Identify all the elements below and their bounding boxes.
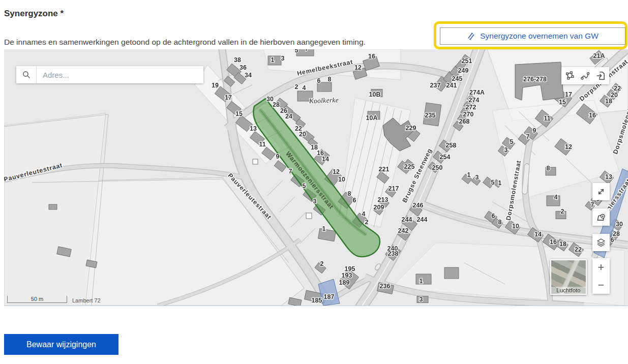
svg-text:7: 7 <box>526 133 530 140</box>
svg-text:20: 20 <box>611 92 618 99</box>
zoom-to-shape-icon <box>596 212 606 222</box>
svg-text:2: 2 <box>320 260 324 267</box>
svg-text:1: 1 <box>467 171 471 178</box>
svg-text:229: 229 <box>406 125 416 132</box>
svg-text:18: 18 <box>605 98 612 105</box>
svg-text:274: 274 <box>469 97 480 104</box>
address-search <box>16 66 203 83</box>
svg-text:14: 14 <box>534 231 542 238</box>
import-file-tool[interactable] <box>594 69 608 83</box>
svg-text:2: 2 <box>561 208 564 215</box>
svg-text:5: 5 <box>491 179 495 186</box>
layers-button[interactable] <box>592 234 610 251</box>
copy-zone-icon <box>467 32 475 41</box>
svg-text:270: 270 <box>463 111 474 118</box>
svg-text:3: 3 <box>313 198 317 205</box>
svg-text:1: 1 <box>271 56 275 64</box>
svg-text:209: 209 <box>374 204 384 211</box>
overnemen-label: Synergyzone overnemen van GW <box>480 32 599 41</box>
import-file-icon <box>596 71 606 81</box>
svg-text:1: 1 <box>498 179 502 187</box>
svg-text:12: 12 <box>354 64 362 71</box>
svg-text:258: 258 <box>446 142 457 149</box>
zoom-to-shape-button[interactable] <box>592 208 610 226</box>
svg-text:14: 14 <box>322 156 329 163</box>
svg-text:241: 241 <box>446 82 457 89</box>
fullscreen-button[interactable] <box>592 183 610 200</box>
svg-text:217: 217 <box>388 185 399 192</box>
svg-text:2: 2 <box>365 219 369 226</box>
polygon-select-icon <box>564 71 575 81</box>
draw-route-tool[interactable] <box>578 69 592 83</box>
svg-text:4: 4 <box>303 84 306 92</box>
svg-text:12: 12 <box>565 143 572 150</box>
svg-text:9: 9 <box>276 153 280 160</box>
svg-text:10A: 10A <box>366 114 378 122</box>
description-text: De innames en samenwerkingen getoond op … <box>4 38 366 47</box>
svg-text:22: 22 <box>575 246 582 253</box>
svg-text:185: 185 <box>312 297 322 304</box>
search-input[interactable] <box>37 66 203 83</box>
page-title: Synergyzone * <box>4 9 64 19</box>
zoom-in-button[interactable]: + <box>592 258 610 276</box>
svg-text:238: 238 <box>388 250 399 257</box>
svg-text:24: 24 <box>285 113 292 120</box>
svg-text:237: 237 <box>430 82 441 89</box>
svg-text:221: 221 <box>379 166 390 173</box>
svg-text:36: 36 <box>240 64 247 71</box>
svg-text:268: 268 <box>459 118 470 125</box>
svg-text:244: 244 <box>417 216 428 223</box>
svg-text:15: 15 <box>235 110 243 117</box>
svg-text:Koolkerke: Koolkerke <box>309 96 339 105</box>
svg-text:13: 13 <box>250 125 257 132</box>
svg-text:254: 254 <box>440 154 451 161</box>
svg-text:3: 3 <box>281 55 285 62</box>
svg-text:8: 8 <box>328 76 332 83</box>
polygon-select-tool[interactable] <box>562 69 577 83</box>
svg-text:8: 8 <box>348 190 351 197</box>
svg-text:11: 11 <box>259 141 265 148</box>
svg-text:8: 8 <box>498 219 502 226</box>
map-canvas[interactable]: HemelbeekstraatKoolkerkePauverleutestraa… <box>4 49 628 306</box>
svg-text:189: 189 <box>339 279 350 286</box>
svg-text:20: 20 <box>299 131 306 138</box>
svg-text:38: 38 <box>234 56 241 64</box>
search-icon <box>22 70 31 79</box>
svg-text:19: 19 <box>212 82 219 89</box>
highlight-annotation: Synergyzone overnemen van GW <box>434 21 627 49</box>
svg-text:245: 245 <box>452 75 463 82</box>
svg-text:244: 244 <box>402 216 412 223</box>
svg-text:187: 187 <box>324 293 335 300</box>
bewaar-button[interactable]: Bewaar wijzigingen <box>4 334 118 355</box>
svg-text:1: 1 <box>420 278 423 285</box>
svg-text:22: 22 <box>614 85 621 92</box>
svg-text:6: 6 <box>353 197 356 204</box>
draw-route-icon <box>580 71 590 81</box>
svg-text:10: 10 <box>512 223 519 230</box>
svg-text:2: 2 <box>295 83 298 90</box>
svg-text:18: 18 <box>559 240 566 248</box>
basemap-switcher[interactable]: Luchtfoto <box>550 259 587 295</box>
svg-text:10: 10 <box>338 176 345 183</box>
svg-text:6: 6 <box>611 236 614 244</box>
svg-text:21A: 21A <box>593 52 605 59</box>
synergyzone-overnemen-button[interactable]: Synergyzone overnemen van GW <box>440 27 625 45</box>
svg-text:225: 225 <box>404 163 415 170</box>
scale-bar: 50 m <box>7 296 67 303</box>
layers-icon <box>596 237 606 248</box>
svg-text:213: 213 <box>378 196 388 203</box>
svg-text:12: 12 <box>333 168 340 175</box>
svg-text:272: 272 <box>466 104 476 111</box>
svg-text:5: 5 <box>510 138 514 145</box>
svg-text:249: 249 <box>458 67 469 74</box>
svg-text:16: 16 <box>368 53 375 60</box>
search-button[interactable] <box>16 66 37 83</box>
svg-text:3: 3 <box>420 296 423 303</box>
zoom-out-button[interactable]: − <box>592 276 610 294</box>
projection-label: Lambert 72 <box>72 297 101 304</box>
svg-text:274A: 274A <box>469 89 485 96</box>
basemap-label: Luchtfoto <box>551 287 586 294</box>
zoom-control: + − <box>592 258 610 294</box>
svg-text:5: 5 <box>303 183 306 190</box>
svg-text:7: 7 <box>591 201 594 208</box>
